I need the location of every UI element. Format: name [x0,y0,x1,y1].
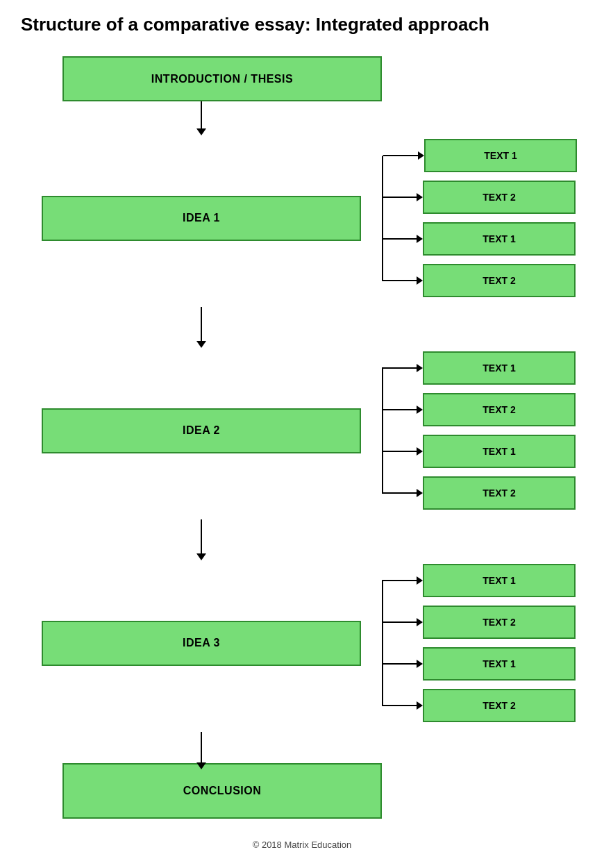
idea2-text1b-box: TEXT 1 [423,435,576,468]
copyright-text: © 2018 Matrix Education [21,840,583,850]
idea1-box: IDEA 1 [42,196,361,241]
idea2-branches: TEXT 1 TEXT 2 [382,342,583,519]
idea3-row: IDEA 3 TEXT 1 [21,554,583,732]
idea3-text1-box: TEXT 1 [423,564,576,597]
idea2-text2-box: TEXT 2 [423,393,576,426]
idea1-text1-box: TEXT 1 [424,139,577,172]
idea1-row: IDEA 1 TEXT 1 [21,129,583,307]
idea3-text2-box: TEXT 2 [423,606,576,639]
idea3-text2b-box: TEXT 2 [423,689,576,722]
idea2-text2b-box: TEXT 2 [423,476,576,510]
idea3-branch-4: TEXT 2 [382,689,583,722]
idea1-branch-3: TEXT 1 [382,222,583,256]
idea2-branch-1: TEXT 1 [382,351,583,385]
idea1-text2b-box: TEXT 2 [423,264,576,297]
idea1-text2-box: TEXT 2 [423,181,576,214]
idea3-box: IDEA 3 [42,621,361,666]
idea3-text1b-box: TEXT 1 [423,647,576,681]
idea3-branch-1: TEXT 1 [382,564,583,597]
page-title: Structure of a comparative essay: Integr… [21,14,583,35]
idea1-branch-1: TEXT 1 [382,139,583,172]
idea3-branch-2: TEXT 2 [382,606,583,639]
intro-box: INTRODUCTION / THESIS [62,56,382,101]
idea3-branch-3: TEXT 1 [382,647,583,681]
idea2-branch-3: TEXT 1 [382,435,583,468]
idea2-text1-box: TEXT 1 [423,351,576,385]
idea2-branch-4: TEXT 2 [382,476,583,510]
idea2-box: IDEA 2 [42,408,361,453]
idea1-text1b-box: TEXT 1 [423,222,576,256]
idea3-branches: TEXT 1 TEXT 2 [382,554,583,732]
idea1-branches: TEXT 1 TEXT 2 [382,129,583,307]
idea1-branch-2: TEXT 2 [382,181,583,214]
idea1-branch-4: TEXT 2 [382,264,583,297]
idea2-branch-2: TEXT 2 [382,393,583,426]
diagram: INTRODUCTION / THESIS IDEA 1 [21,56,583,819]
idea2-row: IDEA 2 TEXT 1 [21,342,583,519]
conclusion-box: CONCLUSION [62,763,382,819]
